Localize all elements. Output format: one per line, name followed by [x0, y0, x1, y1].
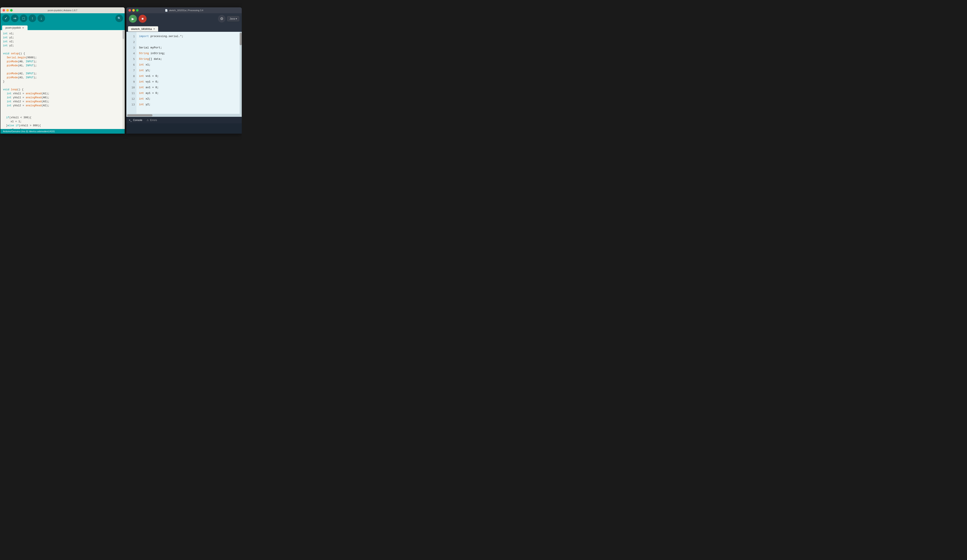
- arduino-tab-arrow-icon: ▼: [22, 27, 24, 29]
- code-line-21: [3, 112, 122, 116]
- errors-label: Errors: [150, 119, 157, 122]
- arduino-status-text: Arduino/Genuino Uno 在 /dev/cu.usbmodem14…: [3, 130, 55, 133]
- stop-button[interactable]: ■: [139, 15, 147, 23]
- processing-title: 📄 sketch_181031a | Processing 3.4: [165, 9, 203, 12]
- arduino-window: pcom-joystick | Arduino 1.8.7 ✓ ⇒ □ ↑ ↓ …: [0, 7, 125, 133]
- code-line-16: int xVal1 = analogRead(A1);: [3, 92, 122, 96]
- code-line-25: x1 = -1;: [3, 128, 122, 129]
- line-num-9: 9: [126, 79, 135, 85]
- verify-icon: ✓: [5, 16, 8, 21]
- verify-button[interactable]: ✓: [2, 15, 10, 22]
- processing-h-scroll-thumb: [127, 114, 152, 116]
- proc-line-2: [139, 39, 239, 45]
- code-line-15: void loop() {: [3, 88, 122, 92]
- code-line-1: int x1;: [3, 32, 122, 36]
- code-line-9: pinMode(A1, INPUT);: [3, 64, 122, 68]
- java-mode-selector[interactable]: Java ▾: [227, 16, 239, 21]
- processing-traffic-lights: [129, 9, 139, 12]
- line-num-11: 11: [126, 90, 135, 96]
- code-line-13: }: [3, 80, 122, 84]
- arduino-tab-pcom-joystick[interactable]: pcom-joystick ▼: [2, 25, 28, 30]
- arduino-editor[interactable]: int x1; int y1; int x2; int y2; void set…: [0, 30, 125, 129]
- proc-line-4: String inString;: [139, 51, 239, 56]
- code-line-14: [3, 84, 122, 88]
- code-line-11: pinMode(A2, INPUT);: [3, 72, 122, 76]
- proc-line-7: int y1;: [139, 68, 239, 73]
- run-button[interactable]: ▶: [129, 15, 137, 23]
- stop-icon: ■: [142, 17, 144, 21]
- output-tabs: >_ Console ⚠ Errors: [126, 117, 242, 124]
- processing-editor[interactable]: 1 2 3 4 5 6 7 8 9 10 11 12 13 import pro…: [126, 32, 242, 114]
- proc-line-9: int vy1 = 0;: [139, 79, 239, 85]
- arduino-titlebar: pcom-joystick | Arduino 1.8.7: [0, 7, 125, 13]
- processing-bottom-scrollbar[interactable]: [126, 114, 242, 117]
- serial-icon: 🔍: [117, 16, 121, 20]
- code-line-24: }else if(xVal1 > 800){: [3, 124, 122, 128]
- processing-close-button[interactable]: [129, 9, 131, 12]
- proc-line-8: int vx1 = 0;: [139, 73, 239, 79]
- line-num-3: 3: [126, 45, 135, 51]
- upload-icon: ⇒: [13, 16, 17, 21]
- line-num-8: 8: [126, 73, 135, 79]
- proc-line-10: int ax1 = 0;: [139, 85, 239, 90]
- processing-minimize-button[interactable]: [132, 9, 135, 12]
- processing-tab-arrow-icon: ▼: [153, 28, 155, 30]
- upload-button[interactable]: ⇒: [11, 15, 18, 22]
- proc-line-11: int ay1 = 0;: [139, 90, 239, 96]
- console-tab[interactable]: >_ Console: [129, 119, 142, 122]
- code-line-4: int y2;: [3, 44, 122, 48]
- errors-tab[interactable]: ⚠ Errors: [147, 119, 157, 122]
- save-button[interactable]: ↓: [38, 15, 45, 22]
- proc-line-3: Serial myPort;: [139, 45, 239, 51]
- settings-button[interactable]: ⚙: [218, 15, 226, 23]
- minimize-button[interactable]: [6, 9, 9, 12]
- code-line-17: int yVal1 = analogRead(A0);: [3, 96, 122, 100]
- code-line-22: if(xVal1 < 300){: [3, 116, 122, 120]
- save-icon: ↓: [40, 16, 42, 21]
- arduino-statusbar: Arduino/Genuino Uno 在 /dev/cu.usbmodem14…: [0, 129, 125, 133]
- line-num-7: 7: [126, 68, 135, 73]
- code-line-19: int yVal2 = analogRead(A2);: [3, 104, 122, 108]
- arduino-toolbar: ✓ ⇒ □ ↑ ↓ 🔍: [0, 13, 125, 23]
- play-icon: ▶: [132, 17, 134, 21]
- warning-icon: ⚠: [147, 119, 149, 122]
- processing-output-panel: >_ Console ⚠ Errors: [126, 117, 242, 133]
- maximize-button[interactable]: [10, 9, 13, 12]
- line-num-13: 13: [126, 102, 135, 107]
- line-num-10: 10: [126, 85, 135, 90]
- proc-line-13: int y2;: [139, 102, 239, 107]
- arduino-title: pcom-joystick | Arduino 1.8.7: [48, 9, 77, 12]
- proc-line-1: import processing.serial.*;: [139, 33, 239, 39]
- proc-line-12: int x2;: [139, 96, 239, 102]
- processing-scrollbar[interactable]: [240, 32, 242, 114]
- close-button[interactable]: [3, 9, 5, 12]
- processing-tab-sketch[interactable]: sketch_181031a ▼: [128, 26, 158, 31]
- output-content: [126, 124, 242, 133]
- proc-line-6: int x1;: [139, 62, 239, 68]
- arduino-tab-bar: pcom-joystick ▼: [0, 23, 125, 30]
- processing-tab-label: sketch_181031a: [131, 27, 152, 31]
- code-line-2: int y1;: [3, 36, 122, 40]
- processing-scroll-thumb: [240, 33, 242, 45]
- code-line-23: x1 = 1;: [3, 120, 122, 124]
- line-num-6: 6: [126, 62, 135, 68]
- code-line-3: int x2;: [3, 40, 122, 44]
- java-mode-label: Java ▾: [229, 17, 237, 20]
- line-num-12: 12: [126, 96, 135, 102]
- code-line-7: Serial.begin(9600);: [3, 56, 122, 60]
- processing-tab-bar: sketch_181031a ▼: [126, 24, 242, 32]
- console-icon: >_: [129, 119, 132, 122]
- new-button[interactable]: □: [20, 15, 27, 22]
- proc-line-5: String[] data;: [139, 56, 239, 62]
- processing-window: 📄 sketch_181031a | Processing 3.4 ▶ ■ ⚙ …: [126, 7, 242, 133]
- code-line-18: int xVal2 = analogRead(A3);: [3, 100, 122, 104]
- code-line-12: pinMode(A3, INPUT);: [3, 76, 122, 80]
- settings-icon: ⚙: [220, 16, 223, 21]
- arduino-tab-label: pcom-joystick: [5, 26, 21, 29]
- line-num-1: 1: [126, 33, 135, 39]
- processing-editor-area: 1 2 3 4 5 6 7 8 9 10 11 12 13 import pro…: [126, 32, 242, 133]
- console-label: Console: [133, 119, 142, 122]
- serial-monitor-button[interactable]: 🔍: [116, 15, 123, 22]
- processing-maximize-button[interactable]: [136, 9, 139, 12]
- open-button[interactable]: ↑: [29, 15, 36, 22]
